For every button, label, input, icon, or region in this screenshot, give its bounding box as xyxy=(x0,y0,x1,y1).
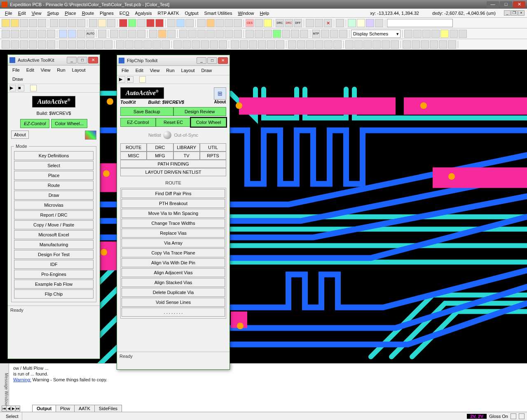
folder-icon[interactable] xyxy=(11,19,19,27)
tool-icon[interactable] xyxy=(440,30,449,38)
aatk-menu-draw[interactable]: Draw xyxy=(9,76,26,82)
tool-icon[interactable] xyxy=(255,19,263,27)
tool-icon[interactable] xyxy=(29,30,37,38)
mdi-minimize[interactable]: _ xyxy=(504,10,511,16)
tool-icon[interactable] xyxy=(139,76,146,83)
color-wheel-button[interactable]: Color Wheel... xyxy=(51,119,87,128)
tool-icon[interactable] xyxy=(324,40,333,49)
aatk-close[interactable]: ✕ xyxy=(88,57,98,63)
tool-icon[interactable] xyxy=(107,19,115,27)
tool-icon[interactable] xyxy=(155,19,164,27)
menu-place[interactable]: Place xyxy=(62,10,79,16)
mode-button[interactable]: Copy / Move / Paste xyxy=(14,220,94,229)
menu-view[interactable]: View xyxy=(29,10,44,16)
print-icon[interactable] xyxy=(29,19,37,27)
tool-icon[interactable] xyxy=(206,30,215,38)
tab-pathfinding[interactable]: PATH FINDING xyxy=(120,160,226,168)
menu-eco[interactable]: ECO xyxy=(117,10,132,16)
aatk-maximize[interactable]: □ xyxy=(77,57,87,63)
tab-aatk[interactable]: AATK xyxy=(74,405,95,412)
route-button[interactable]: Align Via With Die Pin xyxy=(122,258,225,267)
tool-icon[interactable] xyxy=(167,30,176,38)
tool-icon[interactable] xyxy=(185,19,194,27)
tool-icon[interactable] xyxy=(98,30,106,38)
tool-icon[interactable] xyxy=(403,40,411,49)
tab-layoutdriven[interactable]: LAYOUT DRIVEN NETLIST xyxy=(120,168,226,176)
tool-icon[interactable] xyxy=(167,19,176,27)
mdi-close[interactable]: × xyxy=(518,10,525,16)
mdi-restore[interactable]: ❐ xyxy=(511,10,518,16)
play-icon[interactable]: ▶ xyxy=(119,76,125,83)
tool-icon[interactable] xyxy=(422,30,431,38)
tool-icon[interactable] xyxy=(339,30,347,38)
aatk-minimize[interactable]: _ xyxy=(67,57,77,63)
tab-misc[interactable]: MISC xyxy=(120,152,147,160)
tool-icon[interactable] xyxy=(77,30,85,38)
design-review-button[interactable]: Design Review xyxy=(173,107,227,116)
tab-mfg[interactable]: MFG xyxy=(147,152,173,160)
tool-icon[interactable] xyxy=(219,40,227,49)
reset-ec-button[interactable]: Reset EC xyxy=(156,118,191,127)
menu-output[interactable]: Output xyxy=(183,10,201,16)
delete-icon[interactable]: ✕ xyxy=(324,19,332,27)
tab-route[interactable]: ROUTE xyxy=(120,143,147,152)
tool-icon[interactable] xyxy=(215,19,224,27)
play-icon[interactable]: ▶ xyxy=(9,85,16,91)
status-icon[interactable] xyxy=(511,413,516,419)
tool-icon[interactable] xyxy=(249,40,257,49)
find-icon[interactable] xyxy=(68,19,76,27)
tool-icon[interactable] xyxy=(264,30,272,38)
about-button[interactable]: About xyxy=(11,131,29,139)
tool-icon[interactable] xyxy=(391,40,399,49)
tool-icon[interactable] xyxy=(333,40,342,49)
aatk-menu-file[interactable]: File xyxy=(9,67,23,73)
fc-close[interactable]: ✕ xyxy=(218,57,228,64)
menu-edit[interactable]: Edit xyxy=(16,10,28,16)
color-wheel-button[interactable]: Color Wheel xyxy=(191,118,226,127)
tool-icon[interactable] xyxy=(20,30,28,38)
zoom-icon[interactable] xyxy=(77,19,85,27)
tool-icon[interactable] xyxy=(430,40,438,49)
tool-icon[interactable] xyxy=(448,40,456,49)
mode-button[interactable]: Flip Chip xyxy=(14,289,94,299)
tool-icon[interactable] xyxy=(89,19,97,27)
tool-icon[interactable] xyxy=(59,30,67,38)
tool-icon[interactable]: DRC xyxy=(285,19,293,27)
tool-icon[interactable] xyxy=(47,40,55,49)
tool-icon[interactable] xyxy=(231,40,239,49)
tool-icon[interactable] xyxy=(234,30,242,38)
tool-icon[interactable] xyxy=(459,30,467,38)
maximize-button[interactable]: □ xyxy=(500,1,512,8)
tab-util[interactable]: UTIL xyxy=(200,143,226,152)
mode-button[interactable]: IDF xyxy=(14,260,94,269)
mode-button[interactable]: Place xyxy=(14,171,94,180)
mode-button[interactable]: Key Definitions xyxy=(14,151,94,160)
tool-icon[interactable] xyxy=(315,40,323,49)
display-schemes-dropdown[interactable]: Display Schemes xyxy=(351,30,401,38)
route-button[interactable]: Move Via to Min Spacing xyxy=(122,209,225,218)
aatk-menu-edit[interactable]: Edit xyxy=(23,67,37,73)
tool-icon[interactable] xyxy=(192,40,200,49)
tool-icon[interactable] xyxy=(267,40,275,49)
tool-icon[interactable] xyxy=(421,40,429,49)
tool-icon[interactable] xyxy=(149,30,157,38)
tool-icon[interactable] xyxy=(450,30,458,38)
route-button[interactable]: Replace Vias xyxy=(122,229,225,238)
tool-icon[interactable] xyxy=(215,30,224,38)
fc-menu-draw[interactable]: Draw xyxy=(199,67,215,74)
tool-icon[interactable] xyxy=(240,40,248,49)
tool-icon[interactable] xyxy=(300,30,308,38)
tool-icon[interactable] xyxy=(315,19,323,27)
tool-icon[interactable] xyxy=(104,40,112,49)
tab-nav-last[interactable]: ⏭ xyxy=(15,406,20,411)
tool-icon[interactable] xyxy=(306,19,314,27)
tool-icon[interactable] xyxy=(137,19,145,27)
route-button[interactable]: Find Diff Pair Pins xyxy=(122,189,225,198)
tool-icon[interactable] xyxy=(116,40,124,49)
autoactive-toolkit-window[interactable]: AutoActive ToolKit _ □ ✕ File Edit View … xyxy=(7,54,100,359)
tool-icon[interactable] xyxy=(176,19,185,27)
tool-icon[interactable] xyxy=(354,40,363,49)
tool-icon[interactable] xyxy=(357,19,365,27)
tool-icon[interactable] xyxy=(128,19,136,27)
menu-setup[interactable]: Setup xyxy=(45,10,61,16)
